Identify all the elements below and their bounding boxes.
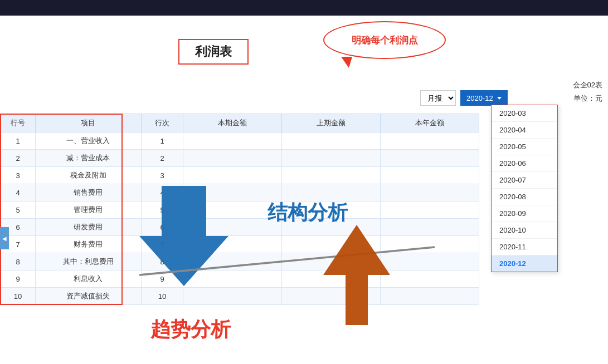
th-hang: 行号: [1, 114, 36, 132]
th-current: 本期金额: [183, 114, 282, 132]
profit-table: 行号 项目 行次 本期金额 上期金额 本年金额 1 一、营业收入 1 2 减：营…: [0, 114, 479, 305]
cell-ci: 9: [141, 270, 183, 288]
cell-prev: [282, 184, 381, 201]
cell-item: 资产减值损失: [36, 288, 141, 305]
cell-year: [381, 132, 479, 150]
cell-item: 减：营业成本: [36, 150, 141, 167]
cell-prev: [282, 270, 381, 288]
selected-date: 2020-12: [466, 94, 493, 102]
table-row: 10 资产减值损失 10: [1, 288, 479, 305]
dropdown-item-2020-12[interactable]: 2020-12: [492, 255, 557, 272]
cell-year: [381, 201, 479, 219]
table-row: 8 其中：利息费用 8: [1, 253, 479, 270]
table-row: 6 研发费用 6: [1, 219, 479, 236]
table-row: 2 减：营业成本 2: [1, 150, 479, 167]
top-bar: [0, 0, 608, 16]
dropdown-item-2020-10[interactable]: 2020-10: [492, 222, 557, 239]
cell-item: 管理费用: [36, 201, 141, 219]
dropdown-item-2020-07[interactable]: 2020-07: [492, 172, 557, 189]
cell-prev: [282, 132, 381, 150]
dropdown-item-2020-05[interactable]: 2020-05: [492, 139, 557, 155]
table-row: 7 财务费用 7: [1, 236, 479, 253]
cell-year: [381, 150, 479, 167]
cell-prev: [282, 253, 381, 270]
cell-ci: 4: [141, 184, 183, 201]
cell-item: 销售费用: [36, 184, 141, 201]
cell-hang: 4: [1, 184, 36, 201]
date-select-button[interactable]: 2020-12: [460, 90, 508, 106]
cell-prev: [282, 201, 381, 219]
main-area: 明确每个利润点 利润表 会企02表 月报 季报 年报 2020-12 单位：元 …: [0, 16, 608, 364]
cell-hang: 10: [1, 288, 36, 305]
table-row: 1 一、营业收入 1: [1, 132, 479, 150]
cell-prev: [282, 288, 381, 305]
cell-prev: [282, 150, 381, 167]
cell-current: [183, 132, 282, 150]
annotation-bubble: 明确每个利润点: [323, 21, 446, 59]
cell-hang: 1: [1, 132, 36, 150]
cell-current: [183, 253, 282, 270]
th-prev: 上期金额: [282, 114, 381, 132]
dropdown-item-2020-11[interactable]: 2020-11: [492, 239, 557, 255]
cell-current: [183, 288, 282, 305]
chevron-down-icon: [497, 97, 502, 100]
dropdown-item-2020-09[interactable]: 2020-09: [492, 205, 557, 222]
cell-ci: 5: [141, 201, 183, 219]
expand-button[interactable]: ◀: [0, 227, 9, 249]
cell-current: [183, 236, 282, 253]
cell-item: 一、营业收入: [36, 132, 141, 150]
controls-row: 月报 季报 年报 2020-12: [420, 90, 508, 106]
dropdown-item-2020-08[interactable]: 2020-08: [492, 189, 557, 205]
dropdown-menu: 2020-03 2020-04 2020-05 2020-06 2020-07 …: [491, 105, 558, 272]
cell-item: 财务费用: [36, 236, 141, 253]
table-row: 3 税金及附加 3: [1, 167, 479, 184]
cell-year: [381, 167, 479, 184]
unit-label: 单位：元: [573, 94, 602, 104]
th-item: 项目: [36, 114, 141, 132]
cell-prev: [282, 236, 381, 253]
dropdown-item-2020-04[interactable]: 2020-04: [492, 122, 557, 139]
cell-current: [183, 219, 282, 236]
table-row: 5 管理费用 5: [1, 201, 479, 219]
cell-current: [183, 201, 282, 219]
cell-item: 研发费用: [36, 219, 141, 236]
cell-hang: 5: [1, 201, 36, 219]
title-label: 利润表: [195, 45, 232, 58]
annotation-text: 明确每个利润点: [352, 34, 418, 47]
dropdown-item-2020-06[interactable]: 2020-06: [492, 155, 557, 172]
cell-current: [183, 150, 282, 167]
company-label: 会企02表: [573, 80, 602, 90]
table-wrapper: 行号 项目 行次 本期金额 上期金额 本年金额 1 一、营业收入 1 2 减：营…: [0, 114, 479, 305]
th-ci: 行次: [141, 114, 183, 132]
cell-year: [381, 253, 479, 270]
dropdown-scroll[interactable]: 2020-03 2020-04 2020-05 2020-06 2020-07 …: [492, 105, 557, 272]
cell-current: [183, 184, 282, 201]
cell-hang: 2: [1, 150, 36, 167]
cell-year: [381, 184, 479, 201]
cell-prev: [282, 219, 381, 236]
cell-ci: 1: [141, 132, 183, 150]
cell-current: [183, 167, 282, 184]
title-box: 利润表: [178, 39, 249, 65]
cell-year: [381, 288, 479, 305]
table-row: 9 利息收入 9: [1, 270, 479, 288]
cell-year: [381, 270, 479, 288]
cell-hang: 8: [1, 253, 36, 270]
table-header-row: 行号 项目 行次 本期金额 上期金额 本年金额: [1, 114, 479, 132]
cell-ci: 7: [141, 236, 183, 253]
cell-ci: 2: [141, 150, 183, 167]
cell-ci: 8: [141, 253, 183, 270]
th-year: 本年金额: [381, 114, 479, 132]
cell-ci: 3: [141, 167, 183, 184]
cell-item: 其中：利息费用: [36, 253, 141, 270]
period-select[interactable]: 月报 季报 年报: [420, 90, 456, 106]
cell-prev: [282, 167, 381, 184]
cell-year: [381, 236, 479, 253]
cell-ci: 10: [141, 288, 183, 305]
cell-item: 利息收入: [36, 270, 141, 288]
cell-item: 税金及附加: [36, 167, 141, 184]
cell-hang: 9: [1, 270, 36, 288]
cell-year: [381, 219, 479, 236]
dropdown-item-2020-03[interactable]: 2020-03: [492, 105, 557, 122]
table-row: 4 销售费用 4: [1, 184, 479, 201]
